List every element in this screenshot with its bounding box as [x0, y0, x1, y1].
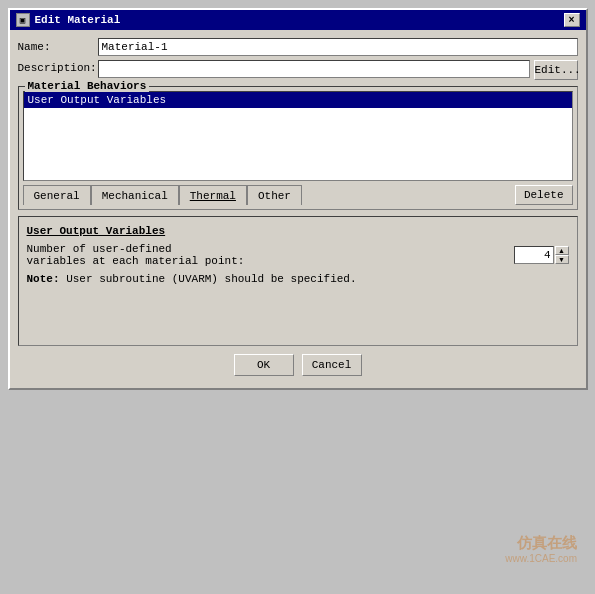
delete-button[interactable]: Delete [515, 185, 573, 205]
tabs-delete-row: General Mechanical Thermal Other Delete [23, 181, 573, 205]
name-label: Name: [18, 41, 98, 53]
note-row: Note: User subroutine (UVARM) should be … [27, 273, 569, 285]
edit-button[interactable]: Edit... [534, 60, 578, 80]
watermark-url: www.1CAE.com [505, 553, 577, 564]
tab-bar: General Mechanical Thermal Other [23, 185, 302, 205]
description-label: Description: [18, 60, 98, 74]
bottom-row: OK Cancel [18, 350, 578, 380]
window-title: Edit Material [35, 14, 121, 26]
description-input[interactable] [98, 60, 530, 78]
tab-content-area: User Output Variables Number of user-def… [18, 216, 578, 346]
spinner-down[interactable]: ▼ [555, 255, 569, 264]
note-bold: Note: [27, 273, 60, 285]
tab-other[interactable]: Other [247, 185, 302, 205]
name-input[interactable] [98, 38, 578, 56]
spinner-up[interactable]: ▲ [555, 246, 569, 255]
spinner-wrapper: ▲ ▼ [514, 246, 569, 264]
list-item[interactable]: User Output Variables [24, 92, 572, 108]
close-button[interactable]: × [564, 13, 580, 27]
material-behaviors-group: Material Behaviors User Output Variables… [18, 86, 578, 210]
behaviors-list[interactable]: User Output Variables [23, 91, 573, 181]
window-body: Name: Description: Edit... Material Beha… [10, 30, 586, 388]
title-bar: ▣ Edit Material × [10, 10, 586, 30]
note-text: User subroutine (UVARM) should be specif… [66, 273, 356, 285]
watermark: 仿真在线 www.1CAE.com [505, 534, 577, 564]
param-label: Number of user-defined variables at each… [27, 243, 514, 267]
description-row: Description: Edit... [18, 60, 578, 80]
cancel-button[interactable]: Cancel [302, 354, 362, 376]
tab-thermal[interactable]: Thermal [179, 185, 247, 205]
tab-general[interactable]: General [23, 185, 91, 205]
window-icon: ▣ [16, 13, 30, 27]
ok-button[interactable]: OK [234, 354, 294, 376]
edit-material-window: ▣ Edit Material × Name: Description: Edi… [8, 8, 588, 390]
name-row: Name: [18, 38, 578, 56]
group-label: Material Behaviors [25, 80, 150, 92]
tab-mechanical[interactable]: Mechanical [91, 185, 179, 205]
value-input[interactable] [514, 246, 554, 264]
param-row: Number of user-defined variables at each… [27, 243, 569, 267]
title-bar-left: ▣ Edit Material [16, 13, 121, 27]
section-title: User Output Variables [27, 225, 569, 237]
spinner-buttons: ▲ ▼ [555, 246, 569, 264]
watermark-cn: 仿真在线 [505, 534, 577, 553]
